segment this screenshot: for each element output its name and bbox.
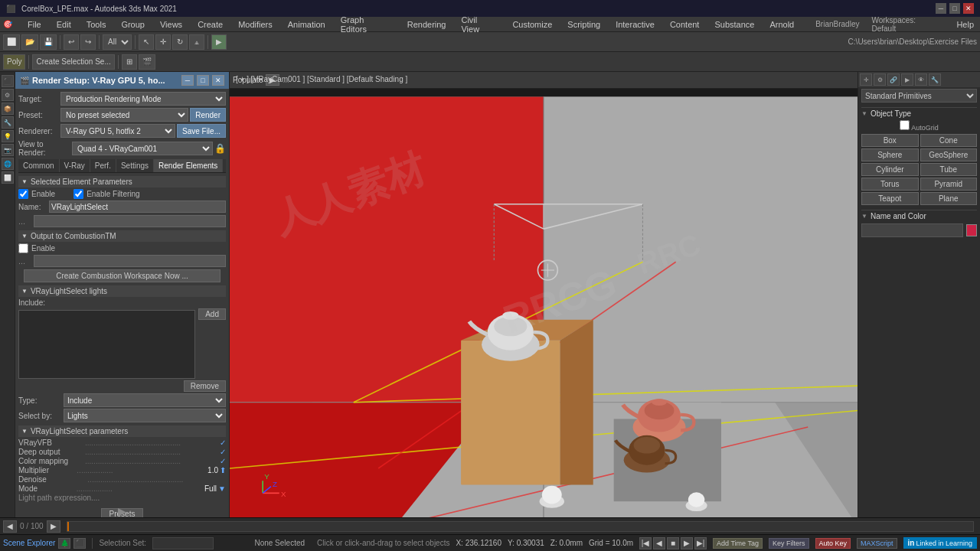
select-btn[interactable]: ↖	[139, 34, 154, 50]
selected-element-header[interactable]: ▼ Selected Element Parameters	[18, 176, 226, 187]
rotate-btn[interactable]: ↻	[172, 34, 188, 50]
std-primitives-dropdown[interactable]: Standard Primitives	[861, 89, 977, 103]
go-start-btn[interactable]: |◀	[639, 537, 652, 549]
menu-edit[interactable]: Edit	[54, 18, 74, 31]
selection-mode[interactable]: All	[103, 34, 132, 50]
create-icon-btn[interactable]: ✛	[860, 73, 872, 86]
menu-modifiers[interactable]: Modifiers	[235, 18, 276, 31]
teapot-btn[interactable]: Teapot	[861, 192, 919, 205]
mode-arrow[interactable]: ▼	[218, 484, 226, 493]
geosphere-btn[interactable]: GeoSphere	[920, 148, 978, 161]
render-btn-toolbar[interactable]: ▶	[211, 34, 227, 50]
left-icon-5[interactable]: 💡	[2, 130, 14, 142]
timeline-track[interactable]	[67, 521, 974, 532]
key-filters-btn[interactable]: Key Filters	[769, 538, 809, 549]
color-swatch[interactable]	[966, 224, 977, 236]
element-name-input[interactable]	[49, 201, 226, 213]
add-btn[interactable]: Add	[198, 308, 226, 320]
view-to-render-dropdown[interactable]: Quad 4 - VRayCam001	[72, 142, 213, 155]
motion-icon-btn[interactable]: ▶	[901, 73, 913, 86]
save-file-btn[interactable]: Save File...	[177, 124, 226, 138]
sphere-btn[interactable]: Sphere	[861, 148, 919, 161]
include-list[interactable]	[18, 310, 195, 379]
render-btn-panel[interactable]: Render	[190, 108, 226, 122]
left-icon-3[interactable]: 📦	[2, 103, 14, 115]
tab-settings[interactable]: Settings	[116, 159, 154, 172]
menu-customize[interactable]: Customize	[509, 18, 555, 31]
pyramid-btn[interactable]: Pyramid	[920, 178, 978, 191]
panel-close-btn[interactable]: ✕	[212, 75, 224, 86]
menu-file[interactable]: File	[24, 18, 44, 31]
add-time-tag-btn[interactable]: Add Time Tag	[713, 538, 763, 549]
renderer-dropdown[interactable]: V-Ray GPU 5, hotfix 2	[60, 124, 175, 138]
undo-btn[interactable]: ↩	[64, 34, 79, 50]
expand-icon[interactable]: ▶	[118, 505, 126, 517]
enable-checkbox[interactable]	[18, 189, 28, 199]
utilities-icon-btn[interactable]: 🔧	[929, 73, 941, 86]
vray-params-header[interactable]: ▼ VRayLightSelect parameters	[18, 425, 226, 437]
preset-dropdown[interactable]: No preset selected	[60, 108, 188, 122]
menu-group[interactable]: Group	[118, 18, 148, 31]
tab-render-elements[interactable]: Render Elements	[154, 159, 223, 172]
modify-icon-btn[interactable]: ⚙	[874, 73, 886, 86]
dots-input[interactable]	[34, 215, 226, 227]
window-controls[interactable]: ─ □ ✕	[936, 3, 974, 14]
object-type-header[interactable]: ▼ Object Type	[861, 107, 977, 119]
close-btn[interactable]: ✕	[963, 3, 974, 14]
plane-btn[interactable]: Plane	[920, 192, 978, 205]
menu-tools[interactable]: Tools	[83, 18, 109, 31]
maximize-btn[interactable]: □	[949, 3, 960, 14]
menu-interactive[interactable]: Interactive	[612, 18, 658, 31]
play-btn[interactable]: ▶	[681, 537, 693, 549]
open-file-btn[interactable]: 📂	[21, 34, 38, 50]
timeline-fwd-btn[interactable]: ▶	[47, 520, 60, 533]
hierarchy-icon-btn[interactable]: 🔗	[887, 73, 900, 86]
menu-animation[interactable]: Animation	[285, 18, 328, 31]
menu-content[interactable]: Content	[667, 18, 703, 31]
torus-btn[interactable]: Torus	[861, 178, 919, 191]
menu-views[interactable]: Views	[157, 18, 185, 31]
create-selection-set-btn[interactable]: Create Selection Se...	[32, 54, 114, 70]
enable-filtering-checkbox[interactable]	[74, 189, 83, 199]
panel-minimize-btn[interactable]: ─	[181, 75, 194, 86]
lock-icon[interactable]: 🔒	[214, 143, 226, 154]
panel-expand-btn[interactable]: ▶	[118, 505, 126, 517]
select-by-dropdown[interactable]: Lights	[64, 409, 226, 422]
poly-btn[interactable]: Poly	[3, 54, 25, 70]
left-icon-8[interactable]: ⬜	[2, 171, 14, 184]
name-color-header[interactable]: ▼ Name and Color	[861, 210, 977, 222]
stop-btn[interactable]: ■	[667, 537, 679, 549]
viewport-render-btn[interactable]: 🎬	[139, 54, 155, 70]
remove-btn[interactable]: Remove	[184, 380, 226, 392]
combustion-enable-checkbox[interactable]	[18, 243, 28, 253]
tab-vray[interactable]: V-Ray	[60, 159, 90, 172]
move-btn[interactable]: ✛	[155, 34, 171, 50]
viewport-layout-btn[interactable]: ⊞	[122, 54, 137, 70]
menu-help[interactable]: Help	[953, 18, 977, 31]
timeline-back-btn[interactable]: ◀	[3, 520, 17, 533]
auto-key-btn[interactable]: Auto Key	[815, 538, 851, 549]
left-icon-2[interactable]: ⚙	[2, 89, 14, 101]
menu-substance[interactable]: Substance	[711, 18, 757, 31]
scene-explorer-icon-btn[interactable]: 🌲	[58, 538, 70, 549]
save-btn[interactable]: 💾	[40, 34, 57, 50]
menu-scripting[interactable]: Scripting	[564, 18, 603, 31]
left-icon-6[interactable]: 📷	[2, 144, 14, 156]
type-dropdown[interactable]: Include	[64, 393, 226, 407]
maxscript-btn[interactable]: MAXScript	[857, 538, 897, 549]
menu-arnold[interactable]: Arnold	[766, 18, 797, 31]
tab-perf[interactable]: Perf.	[90, 159, 116, 172]
cone-btn[interactable]: Cone	[920, 134, 978, 147]
display-icon-btn[interactable]: 👁	[915, 73, 927, 86]
vray-light-select-header[interactable]: ▼ VRayLightSelect lights	[18, 285, 226, 297]
minimize-btn[interactable]: ─	[936, 3, 946, 14]
cylinder-btn[interactable]: Cylinder	[861, 163, 919, 176]
panel-maximize-btn[interactable]: □	[197, 75, 209, 86]
tube-btn[interactable]: Tube	[920, 163, 978, 176]
target-dropdown[interactable]: Production Rendering Mode	[60, 92, 226, 106]
viewport-canvas[interactable]: 人人素材 RRCG RRC X Y Z	[230, 89, 858, 517]
left-icon-4[interactable]: 🔧	[2, 116, 14, 129]
new-scene-btn[interactable]: ⬜	[3, 34, 20, 50]
selection-set-input[interactable]	[152, 537, 214, 549]
combustion-header[interactable]: ▼ Output to CombustionTM	[18, 230, 226, 242]
